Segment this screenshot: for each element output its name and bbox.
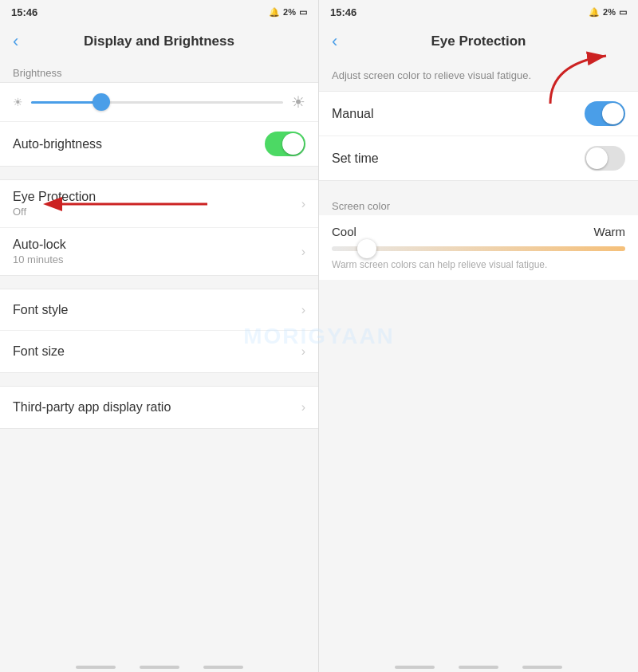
color-hint: Warm screen colors can help relieve visu… xyxy=(332,251,625,270)
color-slider-container: Cool Warm Warm screen colors can help re… xyxy=(319,215,638,280)
auto-brightness-label-group: Auto-brightness xyxy=(13,137,102,151)
separator-1 xyxy=(0,167,318,179)
third-party-label: Third-party app display ratio xyxy=(13,400,171,415)
third-party-label-group: Third-party app display ratio xyxy=(13,400,171,415)
set-time-right xyxy=(585,146,625,171)
auto-brightness-item: Auto-brightness xyxy=(0,122,318,166)
third-party-item[interactable]: Third-party app display ratio › xyxy=(0,387,318,428)
left-nav-title: Display and Brightness xyxy=(84,33,234,49)
auto-lock-label: Auto-lock xyxy=(13,238,66,252)
left-battery-icon: ▭ xyxy=(299,7,307,18)
color-slider-thumb xyxy=(357,239,376,258)
brightness-settings-list: ☀ ☀ Auto-brightness xyxy=(0,82,318,167)
auto-lock-right: › xyxy=(301,245,305,259)
auto-lock-chevron: › xyxy=(301,245,305,259)
brightness-slider-fill xyxy=(31,101,101,104)
phones-wrapper: MORIGYAAN 15:46 🔔 2% ▭ ‹ Display and Bri… xyxy=(0,0,638,672)
left-pill-3 xyxy=(203,666,243,669)
right-pill-3 xyxy=(522,666,562,669)
font-size-chevron: › xyxy=(301,344,305,359)
font-size-right: › xyxy=(301,344,305,359)
auto-brightness-toggle-knob xyxy=(282,133,304,155)
brightness-high-icon: ☀ xyxy=(291,92,305,112)
left-spacer xyxy=(0,429,318,659)
brightness-slider-thumb xyxy=(93,93,110,111)
third-party-settings-list: Third-party app display ratio › xyxy=(0,386,318,429)
color-labels: Cool Warm xyxy=(332,225,625,238)
right-separator-1 xyxy=(319,181,638,194)
brightness-low-icon: ☀ xyxy=(13,96,23,108)
right-settings-list: Manual xyxy=(319,91,638,181)
eye-protection-chevron: › xyxy=(301,197,305,211)
eye-protection-label-group: Eye Protection Off xyxy=(13,190,96,218)
left-status-bar: 15:46 🔔 2% ▭ xyxy=(0,0,318,22)
right-pill-1 xyxy=(395,666,435,669)
left-nav-bar: ‹ Display and Brightness xyxy=(0,22,318,61)
left-bell-icon: 🔔 xyxy=(269,7,280,18)
right-phone: 15:46 🔔 2% ▭ ‹ Eye Protection Adjust scr… xyxy=(319,0,638,672)
right-nav-title: Eye Protection xyxy=(431,33,526,49)
font-size-label-group: Font size xyxy=(13,344,65,359)
font-style-item[interactable]: Font style › xyxy=(0,289,318,331)
font-style-chevron: › xyxy=(301,303,305,317)
manual-label: Manual xyxy=(332,107,373,121)
auto-lock-item[interactable]: Auto-lock 10 minutes › xyxy=(0,228,318,275)
warm-label: Warm xyxy=(594,225,625,238)
manual-right xyxy=(585,101,625,126)
font-size-label: Font size xyxy=(13,344,65,359)
manual-label-group: Manual xyxy=(332,107,373,121)
font-style-label: Font style xyxy=(13,303,68,317)
left-status-right: 🔔 2% ▭ xyxy=(269,7,307,18)
auto-brightness-right xyxy=(265,132,305,156)
manual-item: Manual xyxy=(319,92,638,136)
left-time: 15:46 xyxy=(11,6,37,18)
right-time: 15:46 xyxy=(330,6,356,18)
right-bell-icon: 🔔 xyxy=(589,7,600,18)
separator-2 xyxy=(0,276,318,289)
set-time-label: Set time xyxy=(332,151,379,166)
set-time-label-group: Set time xyxy=(332,151,379,166)
brightness-slider-track[interactable] xyxy=(31,101,283,104)
set-time-item: Set time xyxy=(319,136,638,180)
left-phone: 15:46 🔔 2% ▭ ‹ Display and Brightness Br… xyxy=(0,0,319,672)
third-party-chevron: › xyxy=(301,400,305,415)
left-pill-1 xyxy=(76,666,116,669)
eye-protection-label: Eye Protection xyxy=(13,190,96,204)
set-time-toggle-knob xyxy=(586,147,608,169)
left-pill-2 xyxy=(140,666,179,669)
brightness-row: ☀ ☀ xyxy=(0,83,318,122)
auto-lock-label-group: Auto-lock 10 minutes xyxy=(13,238,66,265)
right-pill-2 xyxy=(459,666,498,669)
right-back-button[interactable]: ‹ xyxy=(332,31,337,52)
right-status-right: 🔔 2% ▭ xyxy=(589,7,627,18)
font-size-item[interactable]: Font size › xyxy=(0,331,318,372)
eye-protection-item[interactable]: Eye Protection Off › xyxy=(0,180,318,228)
third-party-right: › xyxy=(301,400,305,415)
font-style-right: › xyxy=(301,303,305,317)
auto-lock-sublabel: 10 minutes xyxy=(13,253,66,265)
right-bottom-nav xyxy=(319,659,638,672)
right-nav-bar: ‹ Eye Protection xyxy=(319,22,638,61)
font-style-label-group: Font style xyxy=(13,303,68,317)
color-slider-track[interactable] xyxy=(332,246,625,251)
eye-protection-right: › xyxy=(301,197,305,211)
manual-toggle[interactable] xyxy=(585,101,625,126)
font-settings-list: Font style › Font size › xyxy=(0,289,318,373)
cool-label: Cool xyxy=(332,225,356,238)
right-status-bar: 15:46 🔔 2% ▭ xyxy=(319,0,638,22)
eye-protection-description: Adjust screen color to relieve visual fa… xyxy=(319,61,638,91)
screen-color-section-header: Screen color xyxy=(319,194,638,215)
eye-protection-sublabel: Off xyxy=(13,206,96,218)
separator-3 xyxy=(0,373,318,386)
auto-brightness-toggle[interactable] xyxy=(265,132,305,156)
brightness-section-header: Brightness xyxy=(0,61,318,82)
right-battery-percent: 2% xyxy=(603,7,616,17)
right-spacer xyxy=(319,280,638,659)
left-battery-percent: 2% xyxy=(283,7,296,17)
left-back-button[interactable]: ‹ xyxy=(13,31,18,52)
left-bottom-nav xyxy=(0,659,318,672)
set-time-toggle[interactable] xyxy=(585,146,625,171)
manual-toggle-knob xyxy=(602,103,624,124)
right-battery-icon: ▭ xyxy=(619,7,627,18)
auto-brightness-label: Auto-brightness xyxy=(13,137,102,151)
